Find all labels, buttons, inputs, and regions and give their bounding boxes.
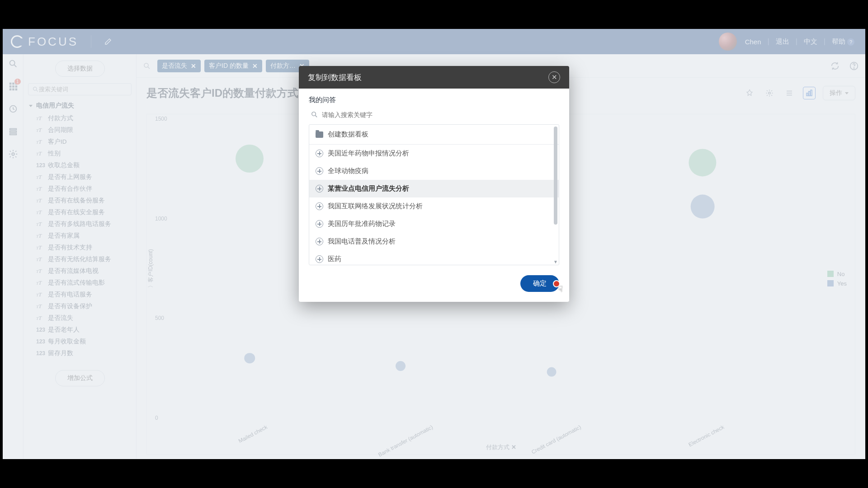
svg-point-29: [312, 112, 316, 116]
dashboard-label: 我国互联网络发展状况统计分析: [328, 202, 423, 211]
dashboard-label: 某营业点电信用户流失分析: [328, 184, 409, 193]
dashboard-label: 美国近年药物申报情况分析: [328, 149, 409, 158]
plus-icon: [316, 255, 323, 263]
plus-icon: [316, 202, 323, 210]
dashboard-row[interactable]: 美国近年药物申报情况分析: [309, 145, 559, 162]
scrollbar-thumb[interactable]: [554, 127, 557, 225]
dashboard-row[interactable]: 全球动物疫病: [309, 162, 559, 180]
dashboard-label: 全球动物疫病: [328, 167, 368, 175]
plus-icon: [316, 220, 323, 228]
create-dashboard-row[interactable]: 创建数据看板: [309, 125, 559, 145]
dashboard-row[interactable]: 我国电话普及情况分析: [309, 233, 559, 250]
dashboard-row[interactable]: 医药: [309, 250, 559, 265]
modal-search-input[interactable]: [322, 111, 557, 118]
modal-search[interactable]: [309, 109, 559, 124]
modal-section-label: 我的问答: [309, 96, 559, 104]
confirm-button[interactable]: 确定 ☟: [520, 275, 559, 292]
dashboard-row[interactable]: 美国历年批准药物记录: [309, 215, 559, 233]
dashboard-row[interactable]: 某营业点电信用户流失分析: [309, 180, 559, 197]
close-icon[interactable]: ✕: [548, 71, 560, 83]
dashboard-label: 医药: [328, 255, 341, 263]
svg-line-30: [316, 116, 317, 117]
scroll-down-icon[interactable]: ▼: [553, 259, 558, 264]
board-list-panel: 创建数据看板 美国近年药物申报情况分析全球动物疫病某营业点电信用户流失分析我国互…: [309, 124, 559, 265]
cursor-indicator: [553, 280, 560, 287]
folder-icon: [316, 131, 323, 138]
modal-title: 复制到数据看板: [308, 72, 362, 83]
scrollbar[interactable]: ▲ ▼: [553, 127, 558, 263]
app-stage: FOCUS Chen | 退出 | 中文 | 帮助? 1 选择数据: [3, 29, 865, 459]
modal-header: 复制到数据看板 ✕: [299, 66, 569, 89]
search-icon: [311, 111, 318, 118]
plus-icon: [316, 238, 323, 245]
plus-icon: [316, 150, 323, 157]
dashboard-label: 我国电话普及情况分析: [328, 237, 396, 246]
dashboard-label: 美国历年批准药物记录: [328, 220, 396, 228]
plus-icon: [316, 185, 323, 192]
plus-icon: [316, 167, 323, 175]
copy-to-dashboard-modal: 复制到数据看板 ✕ 我的问答 创建数据看板 美国近年药物申报情况分析全球动物疫病…: [299, 66, 569, 302]
dashboard-row[interactable]: 我国互联网络发展状况统计分析: [309, 197, 559, 215]
